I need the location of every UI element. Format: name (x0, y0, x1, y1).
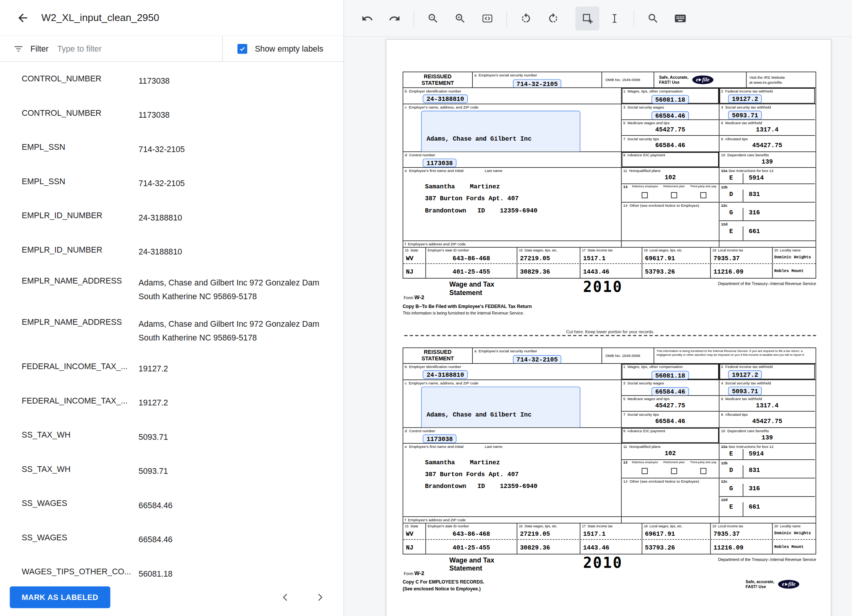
filter-bar: Filter Show empty labels (0, 36, 343, 62)
next-page-button[interactable] (312, 590, 328, 605)
local-income-tax: 7935.37 (711, 254, 772, 262)
box-13: 13 Statutory employee Retirement plan Th… (622, 184, 719, 203)
document-canvas[interactable]: REISSUEDSTATEMENT a Employee's social se… (344, 37, 852, 616)
ein-annotation[interactable]: 24-3188810 (423, 94, 468, 103)
box-7: 7 Social security tips66584.46 (622, 412, 719, 427)
show-empty-labels-checkbox[interactable] (237, 44, 247, 53)
label-row[interactable]: EMPL_SSN714-32-2105 (0, 132, 343, 166)
label-row[interactable]: EMPLR_ID_NUMBER24-3188810 (0, 235, 343, 269)
control-number-annotation[interactable]: 1173038 (423, 434, 457, 443)
box-12d: 12dE661 (719, 497, 815, 516)
box12b-code: D (719, 190, 743, 202)
box-3: 3 Social security wages66584.46 (622, 380, 719, 396)
box4-annotation[interactable]: 5093.71 (728, 387, 762, 396)
show-empty-labels-toggle[interactable]: Show empty labels (223, 44, 343, 53)
state-income-tax: 1443.46 (580, 264, 642, 276)
efile-arrow-icon (699, 78, 702, 82)
locality-name: Robles Mount (773, 264, 815, 273)
third-party-sick-pay-checkbox: Third-party sick pay (689, 460, 718, 474)
checkbox-square (642, 468, 648, 474)
label-row[interactable]: CONTROL_NUMBER1173038 (0, 98, 343, 132)
state-id: 643-86-468 (426, 529, 517, 537)
ein-annotation[interactable]: 24-3188810 (423, 370, 468, 379)
box1-annotation[interactable]: 56081.18 (652, 371, 689, 379)
label-row[interactable]: SS_TAX_WH5093.71 (0, 420, 343, 454)
search-button[interactable] (641, 6, 665, 30)
tax-year: 2010 (583, 554, 623, 571)
box-11: 11 Nonqualified plans102 (622, 168, 719, 184)
box2-annotation[interactable]: 19127.2 (728, 370, 762, 379)
box2-annotation[interactable]: 19127.2 (728, 94, 762, 103)
redo-button[interactable] (382, 6, 406, 30)
local-wages: 69617.91 (642, 254, 711, 262)
box-c-label: c Employer's name, address, and ZIP code (403, 380, 621, 386)
filter-input[interactable] (57, 44, 222, 53)
label-row[interactable]: EMPLR_ID_NUMBER24-3188810 (0, 200, 343, 235)
box-12a: 12a See instructions for box 12E5914 (719, 444, 815, 460)
check-icon (239, 45, 246, 52)
employer-annotation[interactable]: Adams, Chase and Gilbert Inc 972 Gonzale… (421, 387, 580, 428)
label-row[interactable]: FEDERAL_INCOME_TAX_...19127.2 (0, 386, 343, 420)
state-code: WV (403, 254, 425, 262)
ssn-annotation[interactable]: 714-32-2105 (513, 79, 562, 87)
label-value: 24-3188810 (138, 211, 336, 224)
show-empty-labels-label: Show empty labels (255, 44, 323, 53)
box3-annotation[interactable]: 66584.46 (652, 111, 689, 120)
keyboard-shortcuts-button[interactable] (668, 6, 693, 30)
employee-street: 387 Burton Fords Apt. 407 (425, 471, 621, 478)
control-number-annotation[interactable]: 1173038 (423, 159, 457, 167)
label-row[interactable]: SS_WAGES66584.46 (0, 488, 343, 522)
box3-annotation[interactable]: 66584.46 (652, 387, 689, 396)
box-4: 4 Social security tax withheld5093.71 (719, 104, 815, 120)
label-row[interactable]: SS_TAX_WH5093.71 (0, 454, 343, 488)
retirement-plan-checkbox: Retirement plan (660, 185, 689, 198)
box12a-code: E (719, 449, 743, 459)
label-row[interactable]: SS_WAGES66584.46 (0, 522, 343, 557)
label-name: CONTROL_NUMBER (22, 74, 138, 88)
label-value: 1173038 (138, 108, 336, 122)
ssn-annotation[interactable]: 714-32-2105 (513, 355, 562, 363)
employer-annotation[interactable]: Adams, Chase and Gilbert Inc 972 Gonzale… (421, 111, 580, 152)
box4-annotation[interactable]: 5093.71 (728, 111, 762, 120)
label-name: FEDERAL_INCOME_TAX_... (22, 361, 138, 375)
document-page[interactable]: REISSUEDSTATEMENT a Employee's social se… (386, 39, 831, 616)
zoom-in-button[interactable] (448, 6, 472, 30)
select-text-button[interactable] (603, 6, 627, 30)
label-row[interactable]: EMPLR_NAME_ADDRESSAdams, Chase and Gilbe… (0, 310, 343, 351)
label-row[interactable]: EMPLR_NAME_ADDRESSAdams, Chase and Gilbe… (0, 269, 343, 310)
back-button[interactable] (12, 7, 34, 29)
label-value: 1173038 (138, 74, 336, 88)
rotate-right-button[interactable] (541, 6, 565, 30)
box6-value: 1317.4 (719, 126, 815, 133)
copy-c-line1: Copy C For EMPLOYEE'S RECORDS. (403, 579, 485, 585)
label-panel: W2_XL_input_clean_2950 Filter Show empty… (0, 0, 344, 616)
panel-header: W2_XL_input_clean_2950 (0, 0, 343, 36)
toolbar-separator (413, 10, 414, 26)
box-2: 2 Federal income tax withheld 19127.2 (719, 364, 815, 379)
mark-as-labeled-button[interactable]: MARK AS LABELED (10, 587, 111, 608)
zoom-out-button[interactable] (421, 6, 445, 30)
previous-page-button[interactable] (278, 590, 293, 605)
box1-annotation[interactable]: 56081.18 (652, 95, 689, 104)
rotate-left-button[interactable] (514, 6, 538, 30)
undo-button[interactable] (355, 6, 379, 30)
box12b-value: 831 (743, 465, 760, 478)
box10-value: 139 (719, 158, 815, 165)
box-12c: 12cG316 (719, 203, 815, 221)
box6-value: 1317.4 (719, 402, 815, 409)
box-12a: 12a See instructions for box 12E5914 (719, 168, 815, 184)
code-view-button[interactable] (475, 6, 499, 30)
keyboard-icon (674, 12, 687, 25)
chevron-left-icon (279, 591, 291, 603)
locality-name: Dominic Heights (773, 529, 815, 535)
label-row[interactable]: EMPL_SSN714-32-2105 (0, 166, 343, 201)
box-a-label: a Employee's social security number (473, 72, 602, 78)
label-name: EMPLR_NAME_ADDRESS (22, 317, 138, 344)
draw-bounding-box-button[interactable] (576, 6, 600, 30)
label-value: 5093.71 (138, 430, 336, 444)
state-header-row: 15 State Employer's state ID number 16 S… (403, 248, 815, 254)
label-value: 714-32-2105 (138, 177, 336, 190)
state-row: NJ 401-25-455 30829.36 1443.46 53793.26 … (403, 264, 815, 278)
label-row[interactable]: CONTROL_NUMBER1173038 (0, 63, 343, 98)
label-row[interactable]: FEDERAL_INCOME_TAX_...19127.2 (0, 351, 343, 386)
